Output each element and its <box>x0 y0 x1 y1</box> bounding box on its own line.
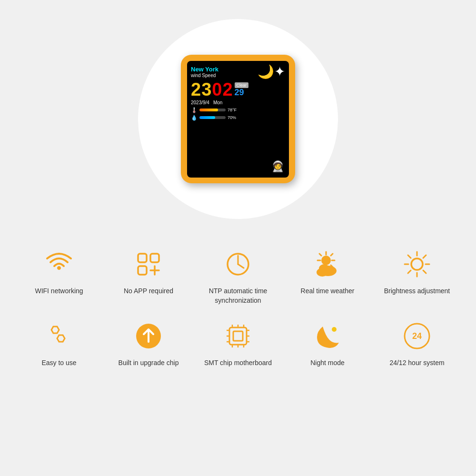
device-screen: New York wind Speed 🌙✦ 2 3 0 2 Clear 29 <box>187 61 289 178</box>
time-digit-4: 2 <box>222 80 232 99</box>
weather-status: Clear <box>235 82 249 88</box>
svg-line-23 <box>423 270 426 273</box>
feature-wifi: WIFI networking <box>16 248 102 296</box>
svg-rect-0 <box>138 254 147 262</box>
temperature-display: 29 <box>235 88 244 97</box>
ntp-icon <box>221 248 255 281</box>
smt-label: SMT chip motherboard <box>204 358 272 368</box>
weather-label: Real time weather <box>301 287 355 296</box>
feature-weather: Real time weather <box>285 248 370 296</box>
temp-reading: 78°F <box>228 108 237 112</box>
no-app-icon <box>132 248 165 281</box>
svg-point-6 <box>321 256 331 265</box>
svg-line-24 <box>423 255 426 258</box>
features-row-1: WIFI networking No APP required <box>14 248 462 305</box>
product-section: New York wind Speed 🌙✦ 2 3 0 2 Clear 29 <box>0 0 476 238</box>
humidity-icon: 💧 <box>191 115 198 121</box>
ntp-label: NTP automatic time synchronization <box>195 287 281 305</box>
upgrade-icon <box>132 319 165 353</box>
feature-ntp: NTP automatic time synchronization <box>195 248 281 305</box>
feature-smt: SMT chip motherboard <box>195 319 281 368</box>
brightness-icon <box>400 248 434 281</box>
time-digit-1: 2 <box>191 80 201 99</box>
hour-icon: 24 <box>400 319 434 353</box>
svg-text:24: 24 <box>412 331 422 341</box>
wifi-icon <box>42 248 76 281</box>
wifi-label: WIFI networking <box>35 287 83 296</box>
brightness-label: Brightness adjustment <box>384 287 450 296</box>
svg-line-13 <box>331 254 333 256</box>
astronaut-icon: 🧑‍🚀 <box>271 160 284 173</box>
svg-line-5 <box>238 264 244 268</box>
easy-label: Easy to use <box>41 358 76 368</box>
night-label: Night mode <box>310 358 345 368</box>
city-name: New York <box>191 66 218 73</box>
hour-label: 24/12 hour system <box>389 358 444 368</box>
time-digit-3: 0 <box>212 80 222 99</box>
circle-background: New York wind Speed 🌙✦ 2 3 0 2 Clear 29 <box>138 19 338 219</box>
humidity-bar <box>199 116 226 119</box>
svg-rect-28 <box>229 327 247 345</box>
feature-hour: 24 24/12 hour system <box>374 319 460 368</box>
wind-label: wind Speed <box>191 73 218 78</box>
svg-point-16 <box>319 264 329 273</box>
date-display: 2023/9/4 <box>191 100 209 105</box>
svg-rect-1 <box>150 254 159 262</box>
svg-line-22 <box>408 255 411 258</box>
features-row-2: Easy to use Built in upgrade chip <box>14 319 462 368</box>
thermometer-icon: 🌡️ <box>191 107 198 113</box>
feature-app: No APP required <box>106 248 191 296</box>
svg-point-17 <box>411 258 423 270</box>
easy-icon <box>42 319 76 353</box>
features-section: WIFI networking No APP required <box>0 238 476 368</box>
day-display: Mon <box>213 100 222 105</box>
app-label: No APP required <box>124 287 173 296</box>
svg-line-25 <box>408 270 411 273</box>
feature-brightness: Brightness adjustment <box>374 248 460 296</box>
feature-upgrade: Built in upgrade chip <box>106 319 191 368</box>
time-digit-2: 3 <box>201 80 211 99</box>
svg-rect-2 <box>138 266 147 275</box>
feature-easy: Easy to use <box>16 319 102 368</box>
upgrade-label: Built in upgrade chip <box>119 358 179 368</box>
svg-point-42 <box>332 327 337 332</box>
svg-rect-29 <box>233 331 243 341</box>
night-icon <box>311 319 344 353</box>
weather-icon <box>311 248 344 281</box>
smt-icon <box>221 319 255 353</box>
moon-icon: 🌙✦ <box>258 64 285 79</box>
device: New York wind Speed 🌙✦ 2 3 0 2 Clear 29 <box>181 55 295 183</box>
feature-night: Night mode <box>285 319 370 368</box>
humidity-reading: 70% <box>228 115 236 120</box>
temp-bar <box>199 109 226 111</box>
svg-line-11 <box>319 254 321 256</box>
